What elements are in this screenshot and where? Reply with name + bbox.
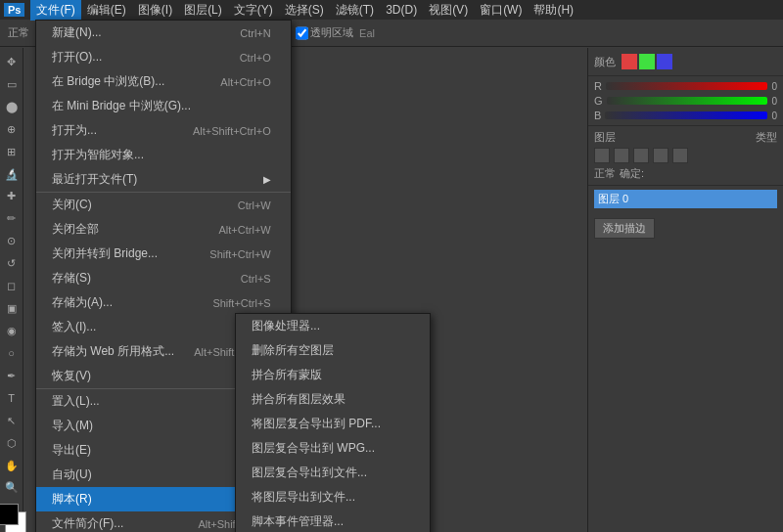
script-delete-layers[interactable]: 删除所有空图层 bbox=[236, 338, 430, 363]
script-flatten-effects[interactable]: 拼合所有图层效果 bbox=[236, 387, 430, 412]
eyedropper-tool[interactable]: 🔬 bbox=[1, 164, 23, 185]
eraser-tool[interactable]: ◻ bbox=[1, 276, 23, 296]
layers-list: 图层 0 bbox=[588, 186, 783, 214]
menu-3d[interactable]: 3D(D) bbox=[380, 1, 423, 19]
scripts-submenu: 图像处理器... 删除所有空图层 拼合所有蒙版 拼合所有图层效果 将图层复合导出… bbox=[235, 313, 431, 532]
menu-close-all[interactable]: 关闭全部 Alt+Ctrl+W bbox=[36, 217, 291, 242]
script-export-wpg[interactable]: 图层复合导出到 WPG... bbox=[236, 436, 430, 461]
pen-tool[interactable]: ✒ bbox=[1, 366, 23, 386]
menu-image[interactable]: 图像(I) bbox=[132, 0, 178, 21]
menu-bridge[interactable]: 在 Bridge 中浏览(B)... Alt+Ctrl+O bbox=[36, 69, 291, 94]
eal-text: Eal bbox=[359, 27, 375, 39]
menu-filter[interactable]: 滤镜(T) bbox=[330, 0, 380, 21]
menu-recent[interactable]: 最近打开文件(T) ▶ bbox=[36, 167, 291, 192]
menu-layer[interactable]: 图层(L) bbox=[178, 0, 228, 21]
mode-label: 正常 bbox=[8, 25, 29, 40]
layer-text-icon[interactable] bbox=[633, 148, 649, 163]
script-export-files[interactable]: 图层复合导出到文件... bbox=[236, 461, 430, 485]
b-slider[interactable] bbox=[605, 111, 767, 119]
type-label: 类型 bbox=[756, 130, 777, 145]
menu-view[interactable]: 视图(V) bbox=[423, 0, 474, 21]
script-flatten-masks[interactable]: 拼合所有蒙版 bbox=[236, 363, 430, 387]
path-select-tool[interactable]: ↖ bbox=[1, 411, 23, 431]
menu-file[interactable]: 文件(F) bbox=[30, 0, 80, 21]
brush-tool[interactable]: ✏ bbox=[1, 208, 23, 229]
transparency-checkbox[interactable]: 透明区域 bbox=[296, 23, 353, 43]
text-tool[interactable]: T bbox=[1, 388, 23, 409]
mode-label-panel: 正常 bbox=[594, 166, 616, 181]
layer-shape-icon[interactable] bbox=[653, 148, 668, 163]
right-panel: 颜色 R 0 G 0 B 0 图层 类型 bbox=[587, 48, 783, 532]
hand-tool[interactable]: ✋ bbox=[1, 456, 23, 476]
menu-text[interactable]: 文字(Y) bbox=[228, 0, 279, 21]
foreground-color-swatch[interactable] bbox=[0, 504, 19, 525]
script-image-processor[interactable]: 图像处理器... bbox=[236, 314, 430, 338]
menu-help[interactable]: 帮助(H) bbox=[528, 0, 579, 21]
quick-select-tool[interactable]: ⊕ bbox=[1, 119, 23, 140]
menu-open-as[interactable]: 打开为... Alt+Shift+Ctrl+O bbox=[36, 118, 291, 143]
layers-label: 图层 bbox=[594, 130, 616, 145]
menu-smart[interactable]: 打开为智能对象... bbox=[36, 143, 291, 167]
b-label: B bbox=[594, 110, 601, 121]
menu-save-as[interactable]: 存储为(A)... Shift+Ctrl+S bbox=[36, 290, 291, 315]
menu-save[interactable]: 存储(S) Ctrl+S bbox=[36, 266, 291, 290]
menu-close[interactable]: 关闭(C) Ctrl+W bbox=[36, 192, 291, 217]
layer-item[interactable]: 图层 0 bbox=[594, 190, 777, 208]
marquee-tool[interactable]: ▭ bbox=[1, 74, 23, 95]
color-swatch-b[interactable] bbox=[657, 54, 672, 69]
r-slider[interactable] bbox=[606, 82, 767, 90]
blur-tool[interactable]: ◉ bbox=[1, 321, 23, 341]
left-toolbar: ✥ ▭ ⬤ ⊕ ⊞ 🔬 ✚ ✏ ⊙ ↺ ◻ ▣ ◉ ○ ✒ T ↖ ⬡ ✋ 🔍 bbox=[0, 48, 23, 532]
r-label: R bbox=[594, 80, 602, 92]
script-event-manager[interactable]: 脚本事件管理器... bbox=[236, 510, 430, 532]
layer-smart-icon[interactable] bbox=[672, 148, 688, 163]
menu-select[interactable]: 选择(S) bbox=[279, 0, 330, 21]
menu-close-bridge[interactable]: 关闭并转到 Bridge... Shift+Ctrl+W bbox=[36, 242, 291, 266]
script-export-pdf[interactable]: 将图层复合导出到 PDF... bbox=[236, 412, 430, 436]
menu-bar: Ps 文件(F) 编辑(E) 图像(I) 图层(L) 文字(Y) 选择(S) 滤… bbox=[0, 0, 783, 20]
menu-edit[interactable]: 编辑(E) bbox=[81, 0, 132, 21]
menu-new[interactable]: 新建(N)... Ctrl+N bbox=[36, 21, 291, 45]
gradient-tool[interactable]: ▣ bbox=[1, 298, 23, 319]
healing-tool[interactable]: ✚ bbox=[1, 187, 23, 207]
zoom-tool[interactable]: 🔍 bbox=[1, 478, 23, 499]
layer-filter-icon[interactable] bbox=[594, 148, 610, 163]
add-style-button[interactable]: 添加描边 bbox=[594, 218, 655, 239]
right-panel-color-label: 颜色 bbox=[594, 55, 616, 69]
lasso-tool[interactable]: ⬤ bbox=[1, 97, 23, 117]
crop-tool[interactable]: ⊞ bbox=[1, 142, 23, 162]
layer-adj-icon[interactable] bbox=[614, 148, 629, 163]
move-tool[interactable]: ✥ bbox=[1, 52, 23, 72]
g-slider[interactable] bbox=[607, 97, 768, 105]
color-swatch-r[interactable] bbox=[622, 54, 637, 69]
shape-tool[interactable]: ⬡ bbox=[1, 433, 23, 454]
menu-mini-bridge[interactable]: 在 Mini Bridge 中浏览(G)... bbox=[36, 94, 291, 118]
color-swatches bbox=[0, 504, 26, 532]
menu-window[interactable]: 窗口(W) bbox=[474, 0, 528, 21]
clone-tool[interactable]: ⊙ bbox=[1, 231, 23, 251]
menu-open[interactable]: 打开(O)... Ctrl+O bbox=[36, 45, 291, 69]
color-swatch-g[interactable] bbox=[639, 54, 655, 69]
dodge-tool[interactable]: ○ bbox=[1, 343, 23, 364]
opacity-label-panel: 确定: bbox=[620, 166, 644, 181]
history-tool[interactable]: ↺ bbox=[1, 253, 23, 274]
app-logo: Ps bbox=[4, 3, 24, 17]
script-export-layers[interactable]: 将图层导出到文件... bbox=[236, 485, 430, 510]
g-label: G bbox=[594, 95, 603, 107]
